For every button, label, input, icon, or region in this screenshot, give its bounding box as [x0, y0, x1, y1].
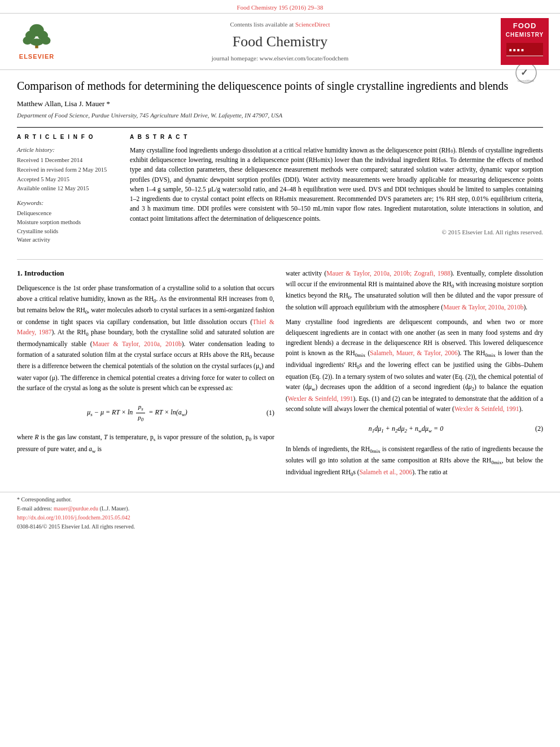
intro-paragraph-2: where R is the gas law constant, T is te… [17, 432, 274, 455]
issn-note: 0308-8146/© 2015 Elsevier Ltd. All right… [17, 523, 543, 531]
food-word: FOOD [505, 21, 544, 31]
body-content: 1. Introduction Deliquescence is the 1st… [0, 268, 560, 483]
author-line: Matthew Allan, Lisa J. Mauer * [17, 99, 543, 109]
sciencedirect-line: Contents lists available at ScienceDirec… [68, 20, 492, 29]
abstract-panel: A B S T R A C T Many crystalline food in… [130, 133, 543, 245]
journal-header: ELSEVIER Contents lists available at Sci… [0, 13, 560, 70]
food-chem-logo-box: FOOD CHEMISTRY ■ ■ ■ ■ [501, 18, 549, 65]
svg-point-6 [30, 38, 43, 46]
article-section: ✓ CrossMark Comparison of methods for de… [0, 70, 560, 251]
article-info-panel: A R T I C L E I N F O Article history: R… [17, 133, 119, 245]
body-left-column: 1. Introduction Deliquescence is the 1st… [17, 268, 274, 483]
sciencedirect-link[interactable]: ScienceDirect [295, 21, 330, 28]
authors: Matthew Allan, Lisa J. Mauer * [17, 99, 110, 108]
keyword-3: Crystalline solids [17, 228, 119, 236]
corresponding-star-note: * Corresponding author. [17, 496, 72, 503]
right-paragraph-2: Many crystalline food ingredients are de… [286, 317, 543, 414]
article-footer: * Corresponding author. E-mail address: … [0, 492, 560, 535]
email-name: (L.J. Mauer). [99, 505, 129, 512]
equation-2-number: (2) [526, 424, 543, 434]
received-2: Received in revised form 2 May 2015 [17, 166, 119, 174]
body-right-column: water activity (Mauer & Taylor, 2010a, 2… [286, 268, 543, 483]
keywords-section: Keywords: Deliquescence Moisture sorptio… [17, 199, 119, 244]
equation-1-number: (1) [257, 408, 274, 418]
abstract-text: Many crystalline food ingredients underg… [130, 146, 543, 224]
intro-paragraph-1: Deliquescence is the 1st order phase tra… [17, 283, 274, 393]
article-info-heading: A R T I C L E I N F O [17, 133, 119, 141]
right-paragraph-3: In blends of ingredients, the RH0mix is … [286, 444, 543, 479]
abstract-heading: A B S T R A C T [130, 133, 543, 141]
available-online: Available online 12 May 2015 [17, 185, 119, 193]
email-label: E-mail address: [17, 505, 52, 512]
svg-text:CrossMark: CrossMark [518, 79, 535, 82]
journal-center: Contents lists available at ScienceDirec… [68, 20, 492, 63]
equation-2-text: n1dμ1 + n2dμ2 + nwdμw = 0 [369, 425, 443, 433]
keywords-title: Keywords: [17, 199, 119, 207]
intro-heading: 1. Introduction [17, 268, 274, 278]
affiliation: Department of Food Science, Purdue Unive… [17, 111, 543, 120]
food-chemistry-logo: FOOD CHEMISTRY ■ ■ ■ ■ [498, 18, 549, 65]
copyright-line: © 2015 Elsevier Ltd. All rights reserved… [130, 228, 543, 237]
section-divider [17, 259, 543, 260]
keyword-4: Water activity [17, 236, 119, 244]
keyword-2: Moisture sorption methods [17, 219, 119, 227]
svg-text:■ ■ ■ ■: ■ ■ ■ ■ [509, 47, 524, 53]
journal-homepage: journal homepage: www.elsevier.com/locat… [68, 54, 492, 63]
equation-2-content: n1dμ1 + n2dμ2 + nwdμw = 0 [286, 423, 526, 435]
elsevier-label: ELSEVIER [19, 53, 54, 61]
article-info-abstract: A R T I C L E I N F O Article history: R… [17, 127, 543, 245]
article-history-title: Article history: [17, 146, 119, 154]
logo-graphic: ■ ■ ■ ■ [506, 40, 543, 60]
email-link[interactable]: mauer@purdue.edu [54, 505, 98, 512]
elsevier-logo: ELSEVIER [11, 23, 62, 61]
svg-text:✓: ✓ [520, 68, 528, 77]
chemistry-word: CHEMISTRY [505, 31, 544, 38]
accepted: Accepted 5 May 2015 [17, 176, 119, 184]
crossmark-icon: ✓ CrossMark [515, 62, 537, 84]
crossmark: ✓ CrossMark [515, 62, 537, 87]
citation-bar: Food Chemistry 195 (2016) 29–38 [0, 0, 560, 13]
doi-link[interactable]: http://dx.doi.org/10.1016/j.foodchem.201… [17, 514, 130, 521]
journal-title: Food Chemistry [68, 32, 492, 52]
received-1: Received 1 December 2014 [17, 156, 119, 165]
equation-1-block: μs − μ = RT × ln ps p0 = RT × ln(aw) (1) [17, 399, 274, 427]
equation-1-text: μs − μ = RT × ln ps p0 = RT × ln(aw) [87, 408, 187, 416]
article-title: Comparison of methods for determining th… [17, 78, 543, 93]
equation-2-block: n1dμ1 + n2dμ2 + nwdμw = 0 (2) [286, 420, 543, 438]
right-paragraph-1: water activity (Mauer & Taylor, 2010a, 2… [286, 268, 543, 312]
corresponding-note: * Corresponding author. [17, 496, 543, 504]
equation-1-content: μs − μ = RT × ln ps p0 = RT × ln(aw) [17, 403, 257, 423]
keyword-1: Deliquescence [17, 209, 119, 218]
doi-note: http://dx.doi.org/10.1016/j.foodchem.201… [17, 514, 543, 522]
citation-text: Food Chemistry 195 (2016) 29–38 [237, 4, 323, 11]
elsevier-tree-icon [20, 23, 54, 51]
email-note: E-mail address: mauer@purdue.edu (L.J. M… [17, 505, 543, 513]
